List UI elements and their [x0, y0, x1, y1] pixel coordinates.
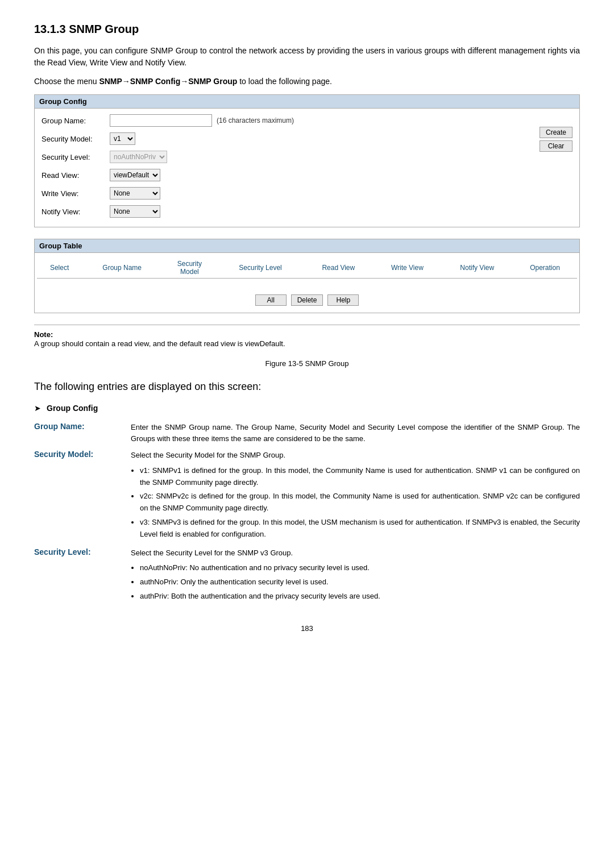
security-level-select[interactable]: noAuthNoPriv authNoPriv authPriv [110, 151, 167, 163]
notify-view-row: Notify View: None viewDefault [42, 204, 572, 219]
group-table-header: Group Table [35, 239, 579, 253]
field-desc-group-name: Enter the SNMP Group name. The Group Nam… [131, 420, 580, 448]
menu-path: SNMP→SNMP Config→SNMP Group [99, 77, 237, 86]
notify-view-select[interactable]: None viewDefault [110, 205, 160, 218]
col-select: Select [37, 258, 82, 279]
security-level-row: Security Level: noAuthNoPriv authNoPriv … [42, 149, 572, 164]
delete-button[interactable]: Delete [291, 294, 323, 306]
note-section: Note: A group should contain a read view… [34, 325, 580, 350]
group-config-box: Group Config Group Name: (16 characters … [34, 94, 580, 227]
bullet-v3: v3: SNMPv3 is defined for the group. In … [140, 517, 580, 541]
security-model-select[interactable]: v1 v2c v3 [110, 132, 135, 145]
col-operation: Operation [513, 258, 577, 279]
field-row-security-model: Security Model: Select the Security Mode… [34, 447, 580, 545]
arrow-icon: ➤ [34, 404, 41, 413]
group-config-form: Group Name: (16 characters maximum) Secu… [35, 109, 579, 227]
empty-row [37, 279, 577, 290]
bullet-noauthnopriv: noAuthNoPriv: No authentication and no p… [140, 562, 580, 574]
clear-button[interactable]: Clear [540, 140, 572, 152]
security-model-row: Security Model: v1 v2c v3 [42, 131, 572, 146]
security-model-label: Security Model: [42, 135, 110, 143]
write-view-row: Write View: None viewDefault [42, 186, 572, 201]
read-view-select[interactable]: viewDefault None [110, 169, 160, 181]
col-read-view: Read View [304, 258, 373, 279]
intro-text: On this page, you can configure SNMP Gro… [34, 45, 580, 69]
group-table-box: Group Table Select Group Name SecurityMo… [34, 239, 580, 313]
read-view-row: Read View: viewDefault None [42, 168, 572, 182]
read-view-label: Read View: [42, 171, 110, 180]
page-number: 183 [34, 624, 580, 633]
field-desc-security-level: Select the Security Level for the SNMP v… [131, 545, 580, 607]
group-config-section: ➤ Group Config Group Name: Enter the SNM… [34, 404, 580, 607]
menu-suffix: to load the following page. [237, 77, 332, 86]
bullet-authnopriv: authNoPriv: Only the authentication secu… [140, 576, 580, 588]
bullet-v1: v1: SNMPv1 is defined for the group. In … [140, 465, 580, 489]
security-level-label: Security Level: [42, 153, 110, 161]
field-desc-table: Group Name: Enter the SNMP Group name. T… [34, 420, 580, 607]
menu-instruction: Choose the menu SNMP→SNMP Config→SNMP Gr… [34, 76, 580, 88]
description-heading: The following entries are displayed on t… [34, 379, 580, 394]
field-desc-security-model: Select the Security Model for the SNMP G… [131, 447, 580, 545]
group-config-section-title: Group Config [47, 404, 98, 413]
field-name-security-model: Security Model: [34, 447, 131, 545]
group-config-header: Group Config [35, 95, 579, 109]
notify-view-label: Notify View: [42, 207, 110, 216]
write-view-select[interactable]: None viewDefault [110, 187, 160, 200]
field-row-security-level: Security Level: Select the Security Leve… [34, 545, 580, 607]
field-name-security-level: Security Level: [34, 545, 131, 607]
field-row-group-name: Group Name: Enter the SNMP Group name. T… [34, 420, 580, 448]
col-group-name: Group Name [82, 258, 162, 279]
bullet-v2c: v2c: SNMPv2c is defined for the group. I… [140, 491, 580, 514]
bullet-authpriv: authPriv: Both the authentication and th… [140, 591, 580, 603]
security-model-bullets: v1: SNMPv1 is defined for the group. In … [131, 465, 580, 541]
col-security-level: Security Level [217, 258, 304, 279]
help-button[interactable]: Help [327, 294, 359, 306]
figure-caption: Figure 13-5 SNMP Group [34, 359, 580, 368]
group-table-wrapper: Select Group Name SecurityModel Security… [35, 253, 579, 313]
write-view-label: Write View: [42, 189, 110, 198]
note-text: A group should contain a read view, and … [34, 339, 285, 348]
group-name-label: Group Name: [42, 117, 110, 125]
col-notify-view: Notify View [442, 258, 513, 279]
group-name-input[interactable] [110, 114, 212, 127]
page-title: 13.1.3 SNMP Group [34, 23, 580, 36]
group-name-hint: (16 characters maximum) [217, 117, 294, 124]
menu-prefix: Choose the menu [34, 77, 99, 86]
group-name-row: Group Name: (16 characters maximum) [42, 113, 572, 128]
config-buttons: Create Clear [540, 127, 572, 152]
table-buttons: All Delete Help [37, 290, 577, 308]
col-write-view: Write View [373, 258, 441, 279]
field-name-group-name: Group Name: [34, 420, 131, 448]
note-title: Note: [34, 330, 53, 339]
create-button[interactable]: Create [540, 127, 572, 138]
security-level-bullets: noAuthNoPriv: No authentication and no p… [131, 562, 580, 602]
group-table: Select Group Name SecurityModel Security… [37, 258, 577, 290]
all-button[interactable]: All [255, 294, 287, 306]
group-config-title-row: ➤ Group Config [34, 404, 580, 413]
col-security-model: SecurityModel [162, 258, 217, 279]
